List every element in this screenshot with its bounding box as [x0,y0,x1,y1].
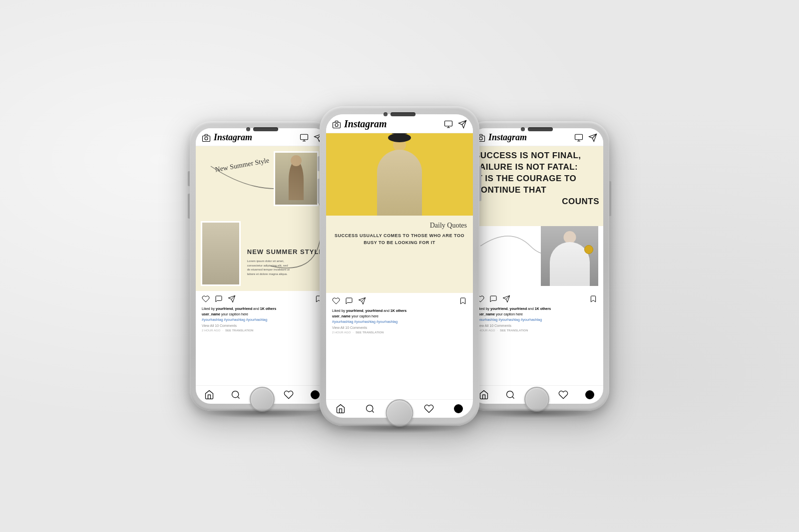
btn-power-center [479,166,481,201]
post2-top-image [326,133,473,218]
post3-content: SUCCESS IS NOT FINAL, FAILURE IS NOT FAT… [470,146,603,291]
post2-quote-text: SUCCESS USUALLY COMES TO THOSE WHO ARE T… [332,233,467,246]
post2-person-container [367,136,432,218]
ig-header-right-side: Instagram [476,132,527,143]
post1-person-bottom [202,223,239,284]
btn-power-right [609,181,611,216]
post3-quote-container: SUCCESS IS NOT FINAL, FAILURE IS NOT FAT… [474,150,599,208]
svg-rect-15 [445,121,452,126]
bookmark-icon-center[interactable] [459,297,467,305]
ig-actions-left [196,291,329,306]
phone-center: Instagram [320,106,479,426]
ig-caption-left: user_name your caption here [202,311,323,317]
camera-right [521,127,525,131]
ig-post-info-center: Liked by yourfriend, yourfriend and 1K o… [326,308,473,337]
post3-quote-line2: FAILURE IS NOT FATAL: [474,162,599,173]
comment-icon-left[interactable] [215,295,223,303]
btn-silent-left [188,171,190,186]
phones-container: Instagram [190,106,609,426]
svg-rect-2 [301,134,308,140]
ig-username-center: user_name [332,314,351,318]
post3-coin [584,245,593,254]
phone-right: Instagram SUCCESS IS NOT FINAL, F [464,121,609,411]
camera-icon-left [202,133,211,142]
nav-search-left[interactable] [231,390,241,400]
phone-left: Instagram [190,121,335,411]
ig-comments-left: View All 10 Comments [202,323,323,328]
like-icon-left[interactable] [202,295,210,303]
nav-like-center[interactable] [424,404,434,414]
screen-left: Instagram [196,128,329,404]
tv-icon-left[interactable] [300,133,309,142]
comment-icon-center[interactable] [345,297,353,305]
nav-profile-right[interactable] [585,390,595,400]
svg-rect-28 [575,134,583,140]
btn-volume-left [188,194,190,219]
send-icon-right[interactable] [588,133,597,142]
speaker-right [528,127,553,131]
svg-point-27 [479,137,482,140]
camera-left [246,127,250,131]
post2-bottom-area: Daily Quotes SUCCESS USUALLY COMES TO TH… [326,216,473,293]
svg-point-33 [506,391,513,398]
screen-right: Instagram SUCCESS IS NOT FINAL, F [470,128,603,404]
share-icon-center[interactable] [358,297,366,305]
ig-actions-center [326,293,473,308]
nav-profile-left[interactable] [310,390,320,400]
post1-top-image [274,151,319,206]
post3-person-body [550,242,590,286]
camera-icon-center [332,120,341,129]
ig-header-left-side: Instagram [202,132,252,143]
post2-hat-top [391,133,408,134]
nav-like-left[interactable] [284,390,294,400]
post1-script-text: New Summer Style [215,157,270,174]
svg-line-8 [238,397,240,399]
nav-home-center[interactable] [336,404,346,414]
nav-home-right[interactable] [479,390,489,400]
bookmark-icon-right[interactable] [589,295,597,303]
nav-home-left[interactable] [204,390,214,400]
ig-actions-center-icons [332,297,366,305]
post1-body: Lorem ipsum dolor sit amet, consectetur … [247,259,292,276]
nav-search-center[interactable] [365,404,375,414]
like-icon-center[interactable] [332,297,340,305]
tv-icon-center[interactable] [444,120,453,129]
svg-point-25 [454,405,462,413]
svg-point-12 [311,391,320,399]
post3-quote-line5: COUNTS [474,196,599,208]
svg-point-14 [335,123,338,126]
svg-line-21 [372,411,374,413]
home-button-center[interactable] [386,399,413,427]
nav-like-right[interactable] [558,390,568,400]
svg-point-7 [232,391,238,398]
btn-volume-center [318,179,320,204]
phone-top-center [384,112,415,116]
ig-likes-center: Liked by yourfriend, yourfriend and 1K o… [332,308,467,313]
post1-title: NEW SUMMER STYLE [247,248,324,257]
ig-actions-right-icons [476,295,510,303]
ig-likes-left: Liked by yourfriend, yourfriend and 1K o… [202,306,323,311]
svg-line-34 [512,397,514,399]
svg-point-20 [367,405,373,412]
send-icon-center[interactable] [458,120,467,129]
ig-post-info-right: Liked by yourfriend, yourfriend and 1K o… [470,306,603,335]
post3-quote-line1: SUCCESS IS NOT FINAL, [474,150,599,162]
ig-header-icons-center [444,120,467,129]
ig-comments-center: View All 10 Comments [332,325,467,330]
ig-see-translation-right[interactable]: SEE TRANSLATION [500,328,528,333]
svg-point-1 [205,137,208,140]
post1-bottom-image [201,221,241,286]
phone-top-left [246,127,278,131]
nav-search-right[interactable] [505,390,515,400]
tv-icon-right[interactable] [574,133,583,142]
ig-see-translation-center[interactable]: SEE TRANSLATION [356,330,384,335]
share-icon-right[interactable] [502,295,510,303]
ig-see-translation-left[interactable]: SEE TRANSLATION [225,328,253,333]
post2-hat-brim [388,133,411,142]
comment-icon-right[interactable] [489,295,497,303]
phone-left-wrapper: Instagram [190,121,335,411]
share-icon-left[interactable] [228,295,236,303]
ig-logo-center: Instagram [344,118,387,130]
nav-profile-center[interactable] [453,404,463,414]
ig-hashtags-left: #yourhashtag #yourhashtag #yourhashtag [202,317,323,322]
